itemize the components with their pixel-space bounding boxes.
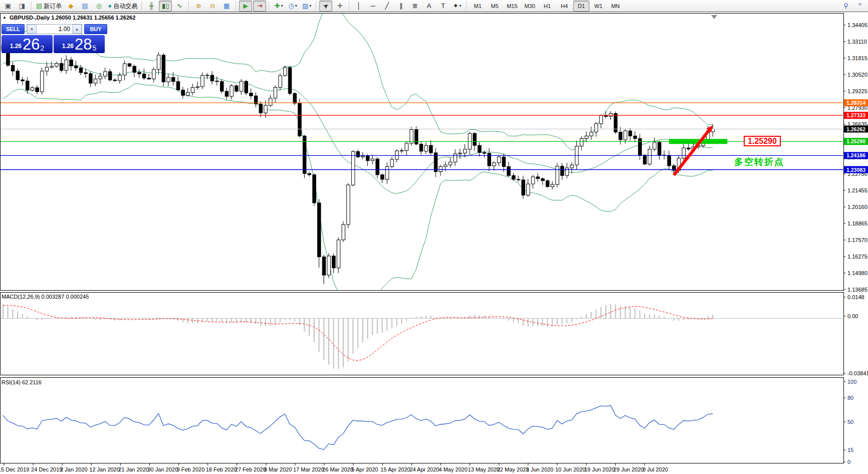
crosshair-icon[interactable]: ✛ (333, 1, 346, 12)
bar-chart-icon[interactable]: ╫ (145, 1, 158, 12)
one-click-trading-panel: SELL ▼ 1.00 ▲ BUY 1.26 26 2 1.26 28 5 (2, 24, 107, 53)
macd-axis-tick: 0.0148 (847, 294, 864, 300)
svg-text:21 Jan 2020: 21 Jan 2020 (118, 466, 149, 472)
price-axis[interactable]: 1.344051.331101.318151.305201.292251.279… (843, 22, 868, 293)
zoom-in-icon[interactable]: ⊕ (192, 1, 205, 12)
svg-text:26 Mar 2020: 26 Mar 2020 (322, 466, 353, 472)
timeframe-m1[interactable]: M1 (470, 1, 486, 12)
timeframe-d1[interactable]: D1 (573, 1, 589, 12)
svg-text:1.30520: 1.30520 (847, 72, 867, 78)
tile-windows-icon[interactable]: ▦ (220, 1, 233, 12)
new-chart-icon: ▣ (5, 1, 11, 11)
timeframe-mn[interactable]: MN (607, 1, 623, 12)
fibonacci-icon: ≣ (412, 1, 418, 11)
sell-button[interactable]: SELL (2, 24, 25, 34)
fibonacci-icon[interactable]: ≣ (408, 1, 421, 12)
svg-text:5 Apr 2020: 5 Apr 2020 (351, 466, 378, 472)
volume-decrease-button[interactable]: ▼ (27, 25, 37, 34)
date-axis[interactable]: 15 Dec 201924 Dec 20192 Jan 202012 Jan 2… (0, 463, 668, 472)
toolbar-separator (466, 2, 467, 11)
new-order-icon: ▤ (36, 1, 42, 11)
turning-point-note[interactable]: 多空转折点 (734, 156, 784, 168)
chart-shift-icon: ⇥ (257, 1, 263, 11)
sell-price-prefix: 1.26 (10, 43, 22, 50)
red-trend-arrow[interactable] (674, 129, 710, 175)
autotrading-icon[interactable]: ●自动交易 (106, 1, 139, 12)
periods-icon: ◷ (288, 1, 294, 11)
line-chart-icon[interactable]: ∿ (173, 1, 186, 12)
main-panel-border (1, 14, 844, 291)
rsi-panel (3, 405, 713, 449)
chart-shift-marker[interactable] (711, 15, 717, 19)
trendline-icon: ╱ (385, 1, 389, 11)
timeframe-m15[interactable]: M15 (504, 1, 520, 12)
svg-text:1.14980: 1.14980 (847, 270, 867, 276)
timeframe-w1[interactable]: W1 (590, 1, 606, 12)
svg-text:13 May 2020: 13 May 2020 (468, 466, 500, 472)
arrows-icon[interactable]: ✦▾ (451, 1, 464, 12)
publish-icon[interactable]: ▤ (78, 1, 91, 12)
toolbar-separator (269, 2, 270, 11)
zoom-out-icon[interactable]: ⊖ (206, 1, 219, 12)
chart-shift-icon[interactable]: ⇥ (253, 1, 266, 12)
chat-icon: ❞ (858, 1, 862, 11)
volume-input[interactable]: 1.00 (37, 25, 72, 34)
buy-button[interactable]: BUY (84, 24, 107, 34)
volume-increase-button[interactable]: ▲ (72, 25, 82, 34)
svg-text:1.31815: 1.31815 (847, 55, 867, 61)
auto-scroll-icon[interactable]: ▶ (239, 1, 252, 12)
svg-text:1.18865: 1.18865 (847, 220, 867, 226)
sell-price-panel[interactable]: 1.26 26 2 (2, 35, 53, 53)
alerts-icon[interactable]: ◎ (92, 1, 105, 12)
line-chart-icon: ∿ (177, 1, 182, 11)
svg-text:30 Jan 2020: 30 Jan 2020 (148, 466, 178, 472)
trendline-icon[interactable]: ╱ (380, 1, 393, 12)
chevron-down-icon: ▾ (309, 1, 311, 11)
candlestick-icon[interactable]: ▮▯ (159, 1, 172, 12)
cursor-icon[interactable]: ➤ (319, 1, 332, 12)
profiles-icon[interactable]: ◨ (16, 1, 29, 12)
timeframe-h4[interactable]: H4 (556, 1, 572, 12)
svg-text:24 Apr 2020: 24 Apr 2020 (409, 466, 439, 472)
timeframe-h1[interactable]: H1 (539, 1, 555, 12)
svg-text:29 Jun 2020: 29 Jun 2020 (613, 466, 644, 472)
new-chart-icon[interactable]: ▣ (2, 1, 15, 12)
tile-windows-icon: ▦ (224, 1, 230, 11)
text-label-icon[interactable]: T (437, 1, 450, 12)
vertical-line-icon: │ (357, 1, 361, 11)
indicators-icon[interactable]: ✚▾ (272, 1, 285, 12)
rsi-axis-tick: 80 (847, 395, 853, 401)
search-icon[interactable]: ⚲ (839, 1, 852, 12)
chart-canvas[interactable]: 1.344051.331101.318151.305201.292251.279… (0, 13, 868, 474)
svg-text:1.21455: 1.21455 (847, 187, 867, 193)
ohlc-readout: ▲ GBPUSD-,Daily 1.26050 1.26631 1.25656 … (3, 15, 135, 21)
svg-text:15 Apr 2020: 15 Apr 2020 (380, 466, 410, 472)
vertical-line-icon[interactable]: │ (352, 1, 365, 12)
periods-icon[interactable]: ◷▾ (286, 1, 299, 12)
svg-text:1.20160: 1.20160 (847, 204, 867, 210)
svg-text:2 Jan 2020: 2 Jan 2020 (60, 466, 87, 472)
equidistant-channel-icon[interactable]: ∥ (394, 1, 407, 12)
svg-text:24 Dec 2019: 24 Dec 2019 (31, 466, 62, 472)
svg-text:1.26262: 1.26262 (846, 126, 865, 132)
templates-icon[interactable]: ▨▾ (300, 1, 313, 12)
buy-price-prefix: 1.26 (62, 43, 74, 50)
timeframe-m5[interactable]: M5 (487, 1, 503, 12)
svg-text:19 Jun 2020: 19 Jun 2020 (584, 466, 615, 472)
buy-price-panel[interactable]: 1.26 28 5 (54, 35, 105, 53)
text-icon[interactable]: A (422, 1, 436, 12)
cursor-icon: ➤ (321, 0, 331, 12)
new-order-icon[interactable]: ▤新订单 (35, 1, 63, 12)
chat-icon[interactable]: ❞ (853, 1, 866, 12)
timeframe-m30[interactable]: M30 (522, 1, 538, 12)
autotrading-icon: ● (108, 1, 112, 11)
horizontal-line-icon[interactable]: ─ (366, 1, 379, 12)
metaeditor-icon[interactable]: ◆ (64, 1, 77, 12)
metaeditor-icon: ◆ (68, 1, 73, 11)
svg-text:8 Jul 2020: 8 Jul 2020 (642, 466, 668, 472)
level-annotation-box[interactable]: 1.25290 (744, 136, 781, 146)
svg-text:1.25290: 1.25290 (846, 138, 865, 144)
toolbar-separator (316, 2, 317, 11)
sell-price-sup: 2 (41, 45, 45, 52)
toolbar-separator (141, 2, 142, 11)
